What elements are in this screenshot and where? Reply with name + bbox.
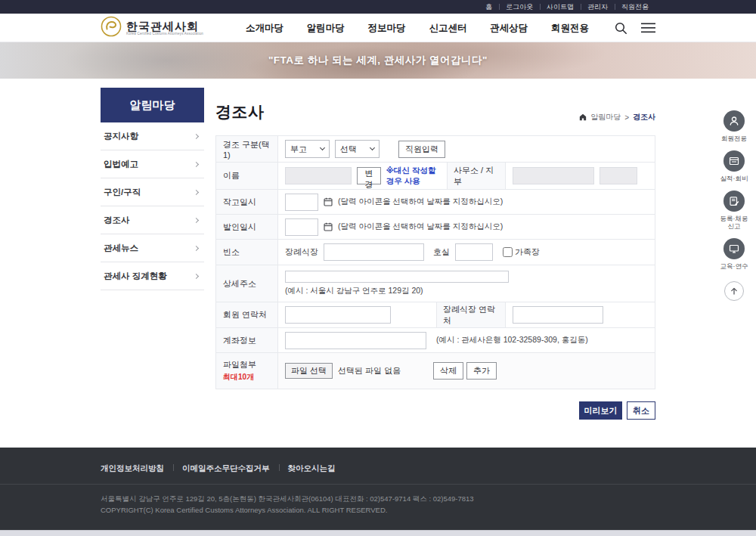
account-example: (예시 : 관세사은행 102-32589-309, 홍길동) — [436, 335, 588, 345]
branch-input[interactable] — [600, 167, 637, 184]
death-date-hint: (달력 아이콘을 선택하여 날짜를 지정하십시오) — [338, 197, 503, 207]
category-label: 경조 구분(택1) — [216, 136, 278, 162]
row-address: 상세주소 (예시 : 서울시 강남구 언주로 129길 20) — [216, 265, 655, 302]
funeral-hall-label: 장례식장 — [285, 246, 318, 258]
cancel-button[interactable]: 취소 — [627, 401, 655, 420]
breadcrumb-current: 경조사 — [633, 112, 655, 122]
sidebar: 알림마당 공지사항 입법예고 구인/구직 경조사 관세뉴스 관세사 징계현황 — [101, 88, 204, 420]
banner-slogan: "FTA로 하나 되는 세계, 관세사가 열어갑니다" — [268, 54, 488, 67]
hero-banner: "FTA로 하나 되는 세계, 관세사가 열어갑니다" — [0, 42, 756, 79]
sidebar-item-discipline[interactable]: 관세사 징계현황 — [101, 262, 204, 290]
hall-phone-label: 장례식장 연락처 — [436, 302, 506, 327]
footer-link-directions[interactable]: 찾아오시는길 — [279, 463, 345, 474]
quick-registration-button[interactable]: 등록·채용 신고 — [720, 191, 748, 230]
sidebar-title: 알림마당 — [101, 88, 204, 122]
card-icon — [723, 150, 745, 172]
chevron-right-icon — [194, 273, 199, 278]
chevron-right-icon — [194, 217, 199, 222]
utility-link-admin[interactable]: 관리자 — [581, 2, 615, 12]
member-phone-label: 회원 연락처 — [216, 302, 278, 327]
file-select-button[interactable]: 파일 선택 — [285, 363, 333, 379]
home-icon[interactable] — [579, 113, 587, 121]
sidebar-item-notice[interactable]: 공지사항 — [101, 122, 204, 150]
logo-title: 한국관세사회 — [126, 20, 203, 32]
funeral-date-hint: (달력 아이콘을 선택하여 날짜를 지정하십시오) — [338, 222, 503, 232]
chevron-right-icon — [194, 189, 199, 194]
header: 한국관세사회 Korea Certified Customs Attorneys… — [0, 14, 756, 42]
quick-education-button[interactable]: 교육·연수 — [720, 238, 748, 270]
sidebar-item-family-events[interactable]: 경조사 — [101, 206, 204, 234]
search-icon[interactable] — [615, 22, 627, 35]
utility-bar: 홈 로그아웃 사이트맵 관리자 직원전용 — [0, 0, 756, 14]
nav-info[interactable]: 정보마당 — [368, 22, 406, 35]
document-edit-icon — [723, 191, 745, 212]
family-funeral-checkbox[interactable] — [503, 247, 513, 257]
page-title: 경조사 — [215, 101, 265, 122]
room-input[interactable] — [455, 243, 493, 261]
logo-icon — [101, 16, 122, 40]
footer-address: 서울특별시 강남구 언주로 129길 20, 5층(논현동) 한국관세사회관(0… — [101, 493, 655, 504]
row-mortuary: 빈소 장례식장 호실 가족장 — [216, 240, 655, 265]
footer-copyright: COPYRIGHT(C) Korea Certified Customs Att… — [101, 504, 655, 516]
footer: 개인정보처리방침 이메일주소무단수집거부 찾아오시는길 서울특별시 강남구 언주… — [0, 448, 756, 530]
office-input[interactable] — [513, 167, 594, 184]
family-funeral-label: 가족장 — [515, 246, 540, 258]
nav-notice[interactable]: 알림마당 — [307, 22, 345, 35]
funeral-date-input[interactable] — [285, 218, 318, 236]
scroll-top-button[interactable] — [724, 281, 744, 301]
mortuary-label: 빈소 — [216, 240, 278, 265]
row-category: 경조 구분(택1) 부고 선택 직원입력 — [216, 136, 655, 163]
calendar-icon[interactable] — [324, 197, 333, 206]
name-input[interactable] — [285, 167, 352, 184]
monitor-icon — [723, 238, 745, 259]
breadcrumb-root[interactable]: 알림마당 — [590, 112, 621, 122]
row-phones: 회원 연락처 장례식장 연락처 — [216, 302, 655, 328]
staff-input-button[interactable]: 직원입력 — [398, 141, 445, 158]
footer-link-email-refusal[interactable]: 이메일주소무단수집거부 — [173, 463, 279, 474]
death-date-input[interactable] — [285, 194, 318, 211]
logo[interactable]: 한국관세사회 Korea Certified Customs Attorneys… — [101, 16, 203, 40]
footer-link-privacy[interactable]: 개인정보처리방침 — [101, 463, 173, 474]
chevron-down-icon — [370, 145, 375, 150]
utility-link-sitemap[interactable]: 사이트맵 — [540, 2, 581, 12]
member-phone-input[interactable] — [285, 306, 391, 324]
quick-menu: 회원전용 실적·회비 등록·채용 신고 — [721, 110, 747, 301]
address-label: 상세주소 — [216, 265, 278, 302]
quick-members-button[interactable]: 회원전용 — [721, 110, 747, 142]
utility-link-staff[interactable]: 직원전용 — [615, 2, 655, 12]
change-name-button[interactable]: 변경 — [357, 167, 381, 184]
sidebar-item-customs-news[interactable]: 관세뉴스 — [101, 234, 204, 262]
funeral-date-label: 발인일시 — [216, 215, 278, 239]
utility-link-home[interactable]: 홈 — [479, 2, 499, 12]
bottom-strip — [0, 530, 756, 536]
row-funeral-date: 발인일시 (달력 아이콘을 선택하여 날짜를 지정하십시오) — [216, 215, 655, 240]
nav-members[interactable]: 회원전용 — [551, 22, 589, 35]
family-event-form: 경조 구분(택1) 부고 선택 직원입력 — [215, 135, 655, 389]
main-nav: 소개마당 알림마당 정보마당 신고센터 관세상담 회원전용 — [246, 22, 589, 35]
main: 경조사 알림마당 > 경조사 경조 구분(택1) — [215, 88, 655, 420]
chevron-right-icon — [194, 161, 199, 166]
sidebar-item-jobs[interactable]: 구인/구직 — [101, 178, 204, 206]
sidebar-item-legislation[interactable]: 입법예고 — [101, 150, 204, 178]
add-file-button[interactable]: 추가 — [466, 362, 497, 380]
account-input[interactable] — [285, 332, 426, 349]
breadcrumb: 알림마당 > 경조사 — [579, 112, 655, 122]
hall-phone-input[interactable] — [513, 306, 603, 324]
delete-file-button[interactable]: 삭제 — [433, 362, 463, 380]
utility-link-logout[interactable]: 로그아웃 — [499, 2, 540, 12]
category-select-1[interactable]: 부고 — [285, 140, 330, 158]
address-input[interactable] — [285, 271, 509, 283]
menu-icon[interactable] — [641, 23, 655, 33]
page: 홈 로그아웃 사이트맵 관리자 직원전용 한국관세사회 Korea Certif… — [0, 0, 756, 536]
calendar-icon[interactable] — [324, 222, 333, 231]
quick-fees-button[interactable]: 실적·회비 — [720, 150, 748, 182]
preview-button[interactable]: 미리보기 — [579, 401, 622, 420]
category-select-2[interactable]: 선택 — [335, 140, 380, 158]
nav-report[interactable]: 신고센터 — [429, 22, 466, 35]
row-attachment: 파일첨부 최대10개 파일 선택 선택된 파일 없음 삭제 추가 — [216, 353, 655, 389]
nav-consult[interactable]: 관세상담 — [490, 22, 528, 35]
name-note: ※대신 작성할 경우 사용 — [386, 166, 440, 187]
nav-intro[interactable]: 소개마당 — [246, 22, 284, 35]
funeral-hall-input[interactable] — [324, 243, 424, 261]
arrow-up-icon — [730, 287, 739, 296]
